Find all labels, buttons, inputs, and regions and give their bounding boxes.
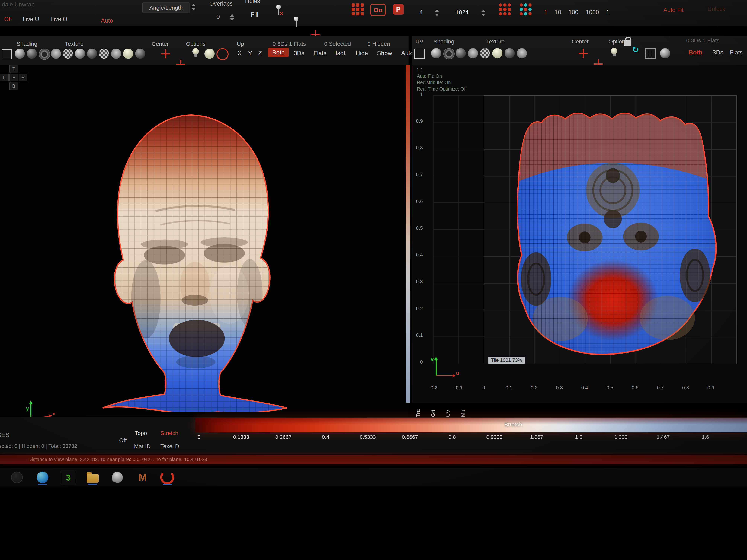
step-size-button-3[interactable]: 1000 [586, 9, 599, 16]
menu-texture[interactable]: Texture [65, 41, 83, 47]
taskbar-zbrush-icon[interactable] [110, 470, 125, 485]
menu-options[interactable]: Options [186, 41, 205, 47]
uv-flat-sphere-icon[interactable] [468, 48, 478, 58]
spinner-up-icon[interactable] [230, 14, 234, 17]
uv-both-button[interactable]: Both [689, 49, 702, 56]
overlaps-label[interactable]: Overlaps [209, 0, 233, 7]
taskbar-folder-icon[interactable] [85, 470, 100, 485]
nav-left[interactable]: L [0, 74, 9, 81]
texture-dark-icon[interactable] [87, 49, 97, 59]
spinner-up-icon[interactable] [481, 9, 485, 12]
spinner-up-icon[interactable] [191, 4, 196, 6]
stretch-mode-button[interactable]: Stretch [160, 430, 178, 436]
uv-atlas-icon[interactable] [352, 3, 364, 16]
subdiv-value[interactable]: 4 [419, 9, 422, 16]
menu-uv-shading[interactable]: Shading [434, 38, 454, 45]
uv-flats-button[interactable]: Flats [730, 49, 743, 56]
texture-egg-icon[interactable] [123, 49, 133, 59]
taskbar-3dsmax-icon[interactable]: 3 [61, 470, 76, 485]
spinner-down-icon[interactable] [481, 14, 485, 16]
display-mode-button-1[interactable]: Flats [313, 50, 327, 57]
off-button[interactable]: Off [4, 16, 12, 23]
texture-dim-icon[interactable] [135, 49, 145, 59]
uv-grid-icon[interactable] [645, 48, 655, 59]
stretch-off-button[interactable]: Off [119, 437, 127, 444]
uv-frame-icon[interactable] [414, 49, 425, 59]
uv-light-bulb-icon[interactable] [611, 48, 617, 54]
nav-top[interactable]: T [9, 65, 18, 73]
view-navigation-widget[interactable]: T L F R B [0, 65, 409, 90]
nav-back[interactable]: B [9, 82, 18, 90]
shading-matcap-icon[interactable] [39, 49, 50, 60]
display-mode-button-2[interactable]: Isol. [335, 50, 346, 57]
menu-uv-center[interactable]: Center [572, 38, 589, 45]
subdiv-spinner[interactable] [435, 9, 439, 16]
center-pivot-icon[interactable] [160, 49, 171, 59]
uv-checker-sphere-icon[interactable] [480, 48, 490, 58]
uv-wire-sphere-icon[interactable] [443, 48, 455, 59]
pin-icon[interactable] [293, 17, 299, 29]
pack-tiles-icon[interactable] [520, 3, 532, 16]
nav-front[interactable]: F [9, 74, 18, 81]
uv-panel-tab-1[interactable]: Gri [430, 403, 436, 417]
stretch-gradient-bar[interactable]: Stretch [196, 418, 747, 432]
fill-button[interactable]: Fill [251, 11, 258, 18]
shading-sphere-icon[interactable] [15, 49, 25, 59]
uv-center-pivot-icon[interactable] [578, 48, 589, 59]
uv-dark-sphere-icon[interactable] [456, 48, 466, 58]
map-size-value[interactable]: 1024 [456, 9, 469, 16]
taskbar-browser-icon[interactable] [35, 470, 50, 485]
uv-panel-tab-3[interactable]: Mu [460, 403, 466, 417]
display-mode-button-0[interactable]: 3Ds [294, 50, 304, 57]
overlap-groups-icon[interactable]: Oo [370, 4, 386, 16]
uv-3ds-button[interactable]: 3Ds [713, 49, 723, 56]
refresh-arrows-icon[interactable]: ↻ [632, 45, 639, 54]
step-size-button-2[interactable]: 100 [568, 9, 578, 16]
step-size-button-0[interactable]: 1 [544, 9, 547, 16]
light-bulb-icon[interactable] [192, 48, 199, 55]
display-mode-button-4[interactable]: Show [377, 50, 392, 57]
menu-uv-texture[interactable]: Texture [486, 38, 505, 45]
display-mode-button-5[interactable]: Auto [401, 50, 414, 57]
viewport-3d[interactable]: T L F R B x y [0, 65, 409, 430]
spinner-down-icon[interactable] [230, 18, 234, 21]
angle-length-dropdown[interactable]: Angle/Length [142, 2, 190, 13]
texture-flat-icon[interactable] [111, 49, 121, 59]
pack-islands-icon[interactable] [499, 3, 511, 16]
shading-checker-icon[interactable] [63, 49, 73, 59]
axis-x-button[interactable]: X [238, 50, 241, 57]
texture-checker-icon[interactable] [99, 49, 109, 59]
live-o-button[interactable]: Live O [50, 16, 68, 23]
taskbar-rizomuv-icon[interactable] [160, 470, 175, 485]
head-preview-icon[interactable] [204, 49, 215, 59]
selection-circle-icon[interactable] [216, 48, 229, 60]
menu-center[interactable]: Center [152, 41, 169, 47]
spinner-up-icon[interactable] [435, 9, 439, 12]
uv-editor-canvas[interactable]: 1:1 Auto Fit: On Redistribute: On Real T… [412, 65, 747, 403]
menu-up[interactable]: Up [237, 41, 244, 47]
angle-length-spinner[interactable] [191, 4, 196, 10]
map-size-spinner[interactable] [481, 9, 485, 16]
isolate-frame-icon[interactable] [1, 49, 12, 59]
uv-island-head[interactable] [493, 98, 734, 366]
taskbar-app-icon[interactable] [9, 470, 24, 485]
uv-egg-sphere-icon[interactable] [492, 48, 503, 58]
uv-panel-tab-2[interactable]: UV [445, 403, 451, 417]
uv-dim-sphere-icon[interactable] [505, 48, 515, 58]
axis-both-button[interactable]: Both [268, 48, 289, 57]
menu-shading[interactable]: Shading [17, 41, 37, 47]
axis-z-button[interactable]: Z [258, 50, 262, 57]
step-size-button-4[interactable]: 1 [606, 9, 610, 16]
nav-right[interactable]: R [19, 74, 27, 81]
mat-id-button[interactable]: Mat ID [134, 443, 151, 450]
angle-value[interactable]: 0 [216, 14, 220, 20]
shading-flat-icon[interactable] [51, 49, 61, 59]
axis-y-button[interactable]: Y [248, 50, 252, 57]
display-mode-button-3[interactable]: Hide [356, 50, 368, 57]
topo-button[interactable]: Topo [135, 430, 147, 436]
holes-label[interactable]: Holes [245, 0, 260, 4]
pin-delete-icon[interactable]: × [275, 4, 282, 17]
uv-preview-sphere-icon[interactable] [660, 48, 670, 58]
angle-value-spinner[interactable] [230, 14, 234, 21]
head-model-3d[interactable] [77, 108, 312, 412]
